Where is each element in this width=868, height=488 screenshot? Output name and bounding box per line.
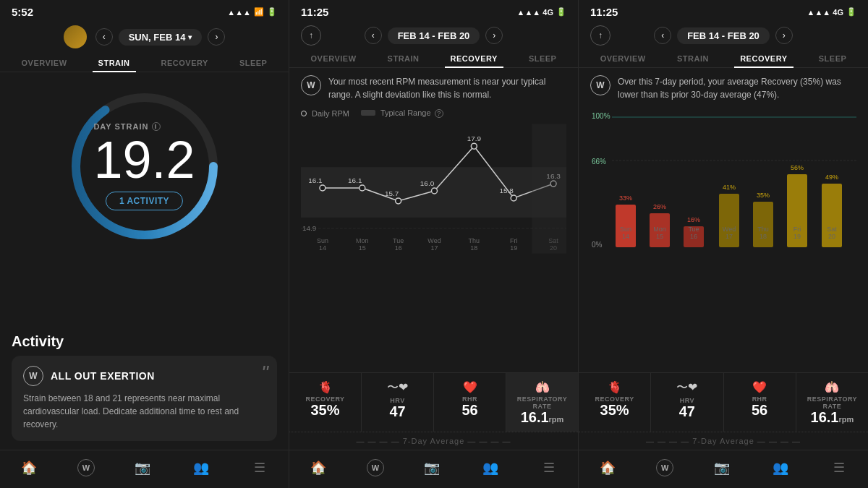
svg-text:17: 17 <box>431 244 438 252</box>
resp-icon-2: 🫁 <box>511 380 574 394</box>
metric-recovery-2[interactable]: 🫀 RECOVERY 35% <box>289 373 362 432</box>
panel-rpm: 11:25 ▲▲▲ 4G 🔋 ↑ ‹ FEB 14 - FEB 20 › OVE… <box>289 0 579 488</box>
home-nav-icon-3[interactable]: 🏠 <box>597 458 618 478</box>
whoop-nav-icon-3[interactable]: W <box>656 459 673 476</box>
camera-nav-icon-3[interactable]: 📷 <box>712 458 732 478</box>
status-bar-3: 11:25 ▲▲▲ 4G 🔋 <box>579 0 868 21</box>
legend-rpm: Daily RPM <box>301 109 349 118</box>
tabs-2: OVERVIEW STRAIN RECOVERY SLEEP <box>289 50 578 68</box>
hrv-icon-3: 〜❤ <box>655 380 718 395</box>
tab-strain-2[interactable]: STRAIN <box>382 50 425 67</box>
date-nav-3: ‹ FEB 14 - FEB 20 › <box>654 27 793 44</box>
camera-nav-icon[interactable]: 📷 <box>132 458 153 478</box>
metric-hrv-2[interactable]: 〜❤ HRV 47 <box>362 373 434 432</box>
svg-text:26%: 26% <box>653 203 666 210</box>
metric-recovery-3[interactable]: 🫀 RECOVERY 35% <box>579 373 651 432</box>
prev-date-btn-1[interactable]: ‹ <box>95 28 113 46</box>
svg-text:15: 15 <box>359 244 366 252</box>
resp-unit-2: rpm <box>549 415 564 424</box>
svg-text:Fri: Fri <box>510 237 517 244</box>
svg-text:19: 19 <box>510 244 517 252</box>
tabs-1: OVERVIEW STRAIN RECOVERY SLEEP <box>0 54 289 72</box>
legend-dot-icon <box>301 111 307 116</box>
battery-icon: 🔋 <box>267 7 277 17</box>
home-nav-icon[interactable]: 🏠 <box>19 458 39 478</box>
bottom-nav-1: 🏠 W 📷 👥 ☰ <box>0 450 289 488</box>
activity-header: Activity <box>12 333 277 350</box>
w-logo-icon: W <box>23 366 43 386</box>
whoop-nav-icon-2[interactable]: W <box>367 459 384 476</box>
tab-recovery-1[interactable]: RECOVERY <box>156 54 214 72</box>
tab-overview-3[interactable]: OVERVIEW <box>595 50 652 67</box>
status-time-2: 11:25 <box>301 6 328 18</box>
metric-resp-2[interactable]: 🫁 RESPIRATORY RATE 16.1rpm <box>506 373 578 432</box>
svg-text:16: 16 <box>395 244 402 252</box>
rhr-value-2: 56 <box>438 403 501 417</box>
metrics-row-3: 🫀 RECOVERY 35% 〜❤ HRV 47 ❤️ RHR 56 🫁 RES… <box>579 372 868 432</box>
date-label-2: FEB 14 - FEB 20 <box>388 27 480 44</box>
people-nav-icon-3[interactable]: 👥 <box>770 458 791 478</box>
metric-resp-3[interactable]: 🫁 RESPIRATORY RATE 16.1rpm <box>796 373 868 432</box>
svg-point-9 <box>471 143 477 149</box>
svg-point-6 <box>359 185 365 191</box>
tab-sleep-2[interactable]: SLEEP <box>523 50 563 67</box>
home-nav-icon-2[interactable]: 🏠 <box>308 458 328 478</box>
next-date-btn-2[interactable]: › <box>485 27 503 44</box>
resp-label-3: RESPIRATORY RATE <box>801 395 864 410</box>
panel-header-3: ↑ ‹ FEB 14 - FEB 20 › <box>579 21 868 50</box>
svg-text:14: 14 <box>319 244 326 252</box>
insight-box-2: W Your most recent RPM measurement is ne… <box>289 68 578 107</box>
recovery-bar-chart: 100% 66% 0% 33% 26% 16% 41% 35% <box>584 110 862 254</box>
tab-recovery-3[interactable]: RECOVERY <box>734 50 793 67</box>
metric-rhr-3[interactable]: ❤️ RHR 56 <box>724 373 796 432</box>
next-date-btn-3[interactable]: › <box>775 27 793 44</box>
svg-text:Thu: Thu <box>757 226 769 233</box>
svg-text:Mon: Mon <box>653 226 666 233</box>
tab-recovery-2[interactable]: RECOVERY <box>445 50 503 67</box>
back-btn-2[interactable]: ↑ <box>301 25 321 46</box>
menu-nav-icon-3[interactable]: ☰ <box>829 458 849 478</box>
svg-rect-33 <box>532 124 566 254</box>
tab-overview-2[interactable]: OVERVIEW <box>305 50 362 67</box>
date-label-3: FEB 14 - FEB 20 <box>677 27 770 44</box>
status-icons-1: ▲▲▲ 📶 🔋 <box>227 7 277 17</box>
tab-sleep-3[interactable]: SLEEP <box>813 50 853 67</box>
status-bar-1: 5:52 ▲▲▲ 📶 🔋 <box>0 0 289 21</box>
menu-nav-icon-2[interactable]: ☰ <box>539 458 559 478</box>
status-icons-2: ▲▲▲ 4G 🔋 <box>517 7 566 17</box>
info-icon-2: ? <box>435 109 443 118</box>
next-date-btn-1[interactable]: › <box>208 28 225 46</box>
hrv-value-3: 47 <box>655 404 718 419</box>
whoop-nav-icon[interactable]: W <box>77 459 95 476</box>
resp-value-3: 16.1rpm <box>801 410 864 424</box>
people-nav-icon-2[interactable]: 👥 <box>480 458 501 478</box>
tab-strain-3[interactable]: STRAIN <box>671 50 715 67</box>
svg-text:Sun: Sun <box>317 237 328 244</box>
panel-strain: 5:52 ▲▲▲ 📶 🔋 ‹ SUN, FEB 14 ▾ › OVERVIEW … <box>0 0 289 488</box>
chart-legend-2: Daily RPM Typical Range ? <box>289 107 578 121</box>
resp-label-2: RESPIRATORY RATE <box>511 395 574 410</box>
menu-nav-icon[interactable]: ☰ <box>250 458 270 478</box>
svg-point-8 <box>432 188 438 194</box>
metric-rhr-2[interactable]: ❤️ RHR 56 <box>434 373 506 432</box>
tab-strain-1[interactable]: STRAIN <box>93 54 136 72</box>
tab-overview-1[interactable]: OVERVIEW <box>16 54 73 72</box>
svg-text:17: 17 <box>726 233 733 240</box>
svg-text:Fri: Fri <box>793 226 801 233</box>
svg-text:16: 16 <box>690 233 697 240</box>
camera-nav-icon-2[interactable]: 📷 <box>422 458 442 478</box>
status-time-3: 11:25 <box>590 6 618 18</box>
w-icon-3: W <box>590 75 610 95</box>
wifi-icon: 📶 <box>254 7 264 17</box>
back-btn-3[interactable]: ↑ <box>590 25 610 46</box>
prev-date-btn-2[interactable]: ‹ <box>365 27 382 44</box>
svg-text:16.1: 16.1 <box>348 176 362 184</box>
people-nav-icon[interactable]: 👥 <box>191 458 211 478</box>
metric-hrv-3[interactable]: 〜❤ HRV 47 <box>651 373 723 432</box>
resp-icon-3: 🫁 <box>801 380 864 394</box>
prev-date-btn-3[interactable]: ‹ <box>654 27 671 44</box>
svg-text:35%: 35% <box>757 192 770 199</box>
activity-button[interactable]: 1 ACTIVITY <box>106 192 183 210</box>
tab-sleep-1[interactable]: SLEEP <box>234 54 273 72</box>
bottom-nav-2: 🏠 W 📷 👥 ☰ <box>289 450 578 488</box>
